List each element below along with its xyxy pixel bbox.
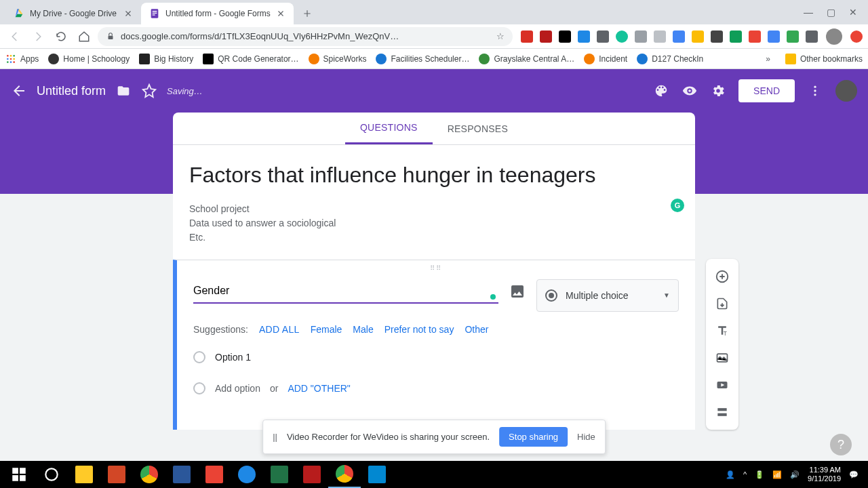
close-window-button[interactable]: ✕: [849, 7, 857, 18]
add-all-button[interactable]: ADD ALL: [259, 324, 300, 335]
minimize-button[interactable]: —: [804, 7, 813, 18]
browser-tab-forms[interactable]: Untitled form - Google Forms: [141, 3, 294, 24]
wifi-icon[interactable]: 📶: [772, 470, 782, 479]
add-section-button[interactable]: [706, 399, 738, 426]
ext-icon[interactable]: [787, 30, 799, 43]
system-clock[interactable]: 11:39 AM 9/11/2019: [808, 466, 841, 483]
ext-icon[interactable]: [559, 30, 571, 43]
tab-responses[interactable]: RESPONSES: [433, 113, 523, 144]
add-image-button[interactable]: [706, 344, 738, 371]
ie-button[interactable]: [231, 461, 263, 488]
start-button[interactable]: [3, 461, 35, 488]
hide-button[interactable]: Hide: [577, 432, 595, 442]
option-label[interactable]: Option 1: [215, 352, 251, 363]
profile-avatar[interactable]: [826, 28, 842, 45]
omnibox[interactable]: docs.google.com/forms/d/1TfLX3EoqnUUq_Vl…: [98, 27, 513, 46]
more-menu-button[interactable]: [807, 83, 823, 99]
add-question-button[interactable]: [706, 263, 738, 290]
ext-icon[interactable]: [850, 30, 863, 43]
suggestion-item[interactable]: Other: [465, 324, 488, 335]
apps-button[interactable]: Apps: [5, 54, 39, 64]
settings-button[interactable]: [710, 83, 726, 99]
ext-icon[interactable]: [654, 30, 666, 43]
move-to-folder-button[interactable]: [115, 83, 132, 99]
volume-icon[interactable]: 🔊: [790, 470, 800, 479]
bookmark-item[interactable]: Big History: [139, 54, 193, 64]
bookmark-overflow[interactable]: »: [766, 54, 770, 64]
preview-button[interactable]: [682, 83, 698, 99]
cortana-button[interactable]: [35, 461, 68, 488]
back-button[interactable]: [5, 27, 24, 46]
maximize-button[interactable]: ▢: [827, 7, 835, 18]
add-video-button[interactable]: [706, 371, 738, 399]
back-to-forms-button[interactable]: [11, 83, 27, 99]
grammarly-ext-icon[interactable]: [616, 30, 628, 43]
acrobat-button[interactable]: [296, 461, 328, 488]
add-image-button[interactable]: [509, 283, 526, 300]
ext-icon[interactable]: [768, 30, 780, 43]
option-row[interactable]: Option 1: [193, 351, 679, 363]
ext-icon[interactable]: [673, 30, 685, 43]
tray-up-icon[interactable]: ^: [743, 470, 747, 479]
stop-sharing-button[interactable]: Stop sharing: [499, 427, 568, 447]
excel-button[interactable]: [263, 461, 296, 488]
bookmark-item[interactable]: Grayslake Central A…: [479, 54, 574, 64]
add-title-button[interactable]: T: [706, 317, 738, 344]
ext-icon[interactable]: [749, 30, 761, 43]
close-icon[interactable]: [123, 9, 133, 18]
form-title-card[interactable]: Factors that influence hunger in teenage…: [173, 145, 695, 260]
send-button[interactable]: SEND: [738, 79, 795, 102]
bookmark-item[interactable]: QR Code Generator…: [203, 54, 298, 64]
ext-icon[interactable]: [597, 30, 609, 43]
close-icon[interactable]: [276, 9, 285, 18]
ext-icon[interactable]: [692, 30, 704, 43]
powerpoint-button[interactable]: [100, 461, 133, 488]
new-tab-button[interactable]: [298, 4, 317, 23]
suggestion-item[interactable]: Prefer not to say: [384, 324, 454, 335]
ext-icon[interactable]: [711, 30, 723, 43]
question-type-select[interactable]: Multiple choice ▼: [536, 279, 679, 312]
question-title-input[interactable]: [193, 279, 498, 304]
add-option-label[interactable]: Add option: [215, 383, 260, 394]
form-title[interactable]: Factors that influence hunger in teenage…: [189, 161, 679, 190]
drag-handle[interactable]: ⠿⠿: [430, 264, 442, 272]
gmail-button[interactable]: [198, 461, 231, 488]
bookmark-item[interactable]: Home | Schoology: [48, 54, 130, 64]
star-icon[interactable]: ☆: [496, 31, 505, 41]
import-questions-button[interactable]: [706, 290, 738, 317]
ext-icon[interactable]: [730, 30, 742, 43]
browser-tab-drive[interactable]: My Drive - Google Drive: [5, 3, 141, 24]
tab-questions[interactable]: QUESTIONS: [345, 113, 433, 144]
account-avatar[interactable]: [835, 80, 857, 102]
suggestion-item[interactable]: Female: [311, 324, 342, 335]
question-card[interactable]: ⠿⠿ Multiple choice ▼ Suggestions: ADD AL…: [173, 260, 695, 430]
form-description[interactable]: School project Data used to answer a soc…: [189, 202, 679, 245]
ext-icon[interactable]: [578, 30, 590, 43]
ext-icon[interactable]: [806, 30, 818, 43]
grammarly-badge[interactable]: G: [671, 199, 684, 212]
forward-button[interactable]: [28, 27, 47, 46]
word-button[interactable]: [165, 461, 198, 488]
help-button[interactable]: ?: [830, 434, 852, 455]
bookmark-item[interactable]: Incident: [584, 54, 627, 64]
ext-icon[interactable]: [540, 30, 552, 43]
other-bookmarks[interactable]: Other bookmarks: [785, 54, 863, 64]
form-name[interactable]: Untitled form: [37, 84, 106, 98]
ext-icon[interactable]: [521, 30, 533, 43]
notifications-button[interactable]: 💬: [849, 470, 859, 479]
chrome-active-button[interactable]: [328, 461, 361, 488]
add-other-button[interactable]: ADD "OTHER": [288, 383, 350, 394]
bookmark-item[interactable]: Facilities Scheduler…: [376, 54, 469, 64]
battery-icon[interactable]: 🔋: [755, 470, 764, 479]
tray-icon[interactable]: 👤: [726, 470, 735, 479]
chrome-button[interactable]: [133, 461, 165, 488]
reload-button[interactable]: [52, 27, 71, 46]
file-explorer-button[interactable]: [68, 461, 100, 488]
add-option-row[interactable]: Add option or ADD "OTHER": [193, 382, 679, 394]
home-button[interactable]: [75, 27, 94, 46]
suggestion-item[interactable]: Male: [353, 324, 373, 335]
bookmark-item[interactable]: D127 CheckIn: [637, 54, 703, 64]
app-button[interactable]: [361, 461, 393, 488]
bookmark-item[interactable]: SpiceWorks: [309, 54, 367, 64]
star-button[interactable]: [141, 83, 157, 99]
